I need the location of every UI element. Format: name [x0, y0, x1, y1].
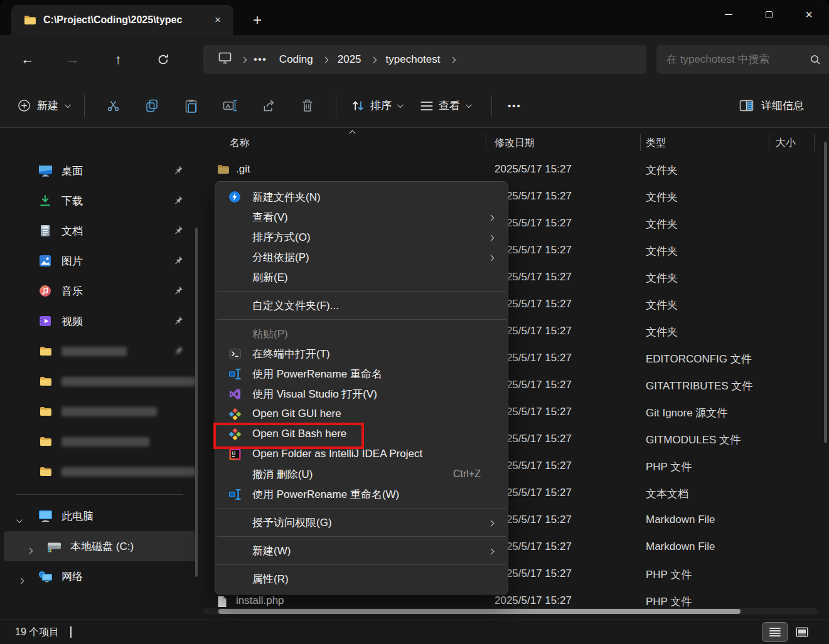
sidebar-item-label: 此电脑	[62, 509, 94, 524]
sidebar-tree-item-this-pc[interactable]: 此电脑	[4, 501, 196, 531]
context-menu-item-o[interactable]: 排序方式(O)	[218, 227, 505, 247]
sidebar-scrollbar[interactable]	[195, 228, 198, 577]
sidebar-tree-item-network[interactable]: 网络	[4, 561, 196, 591]
breadcrumb-item-typechotest[interactable]: typechotest	[378, 53, 448, 66]
up-button[interactable]: ↑	[104, 46, 132, 73]
minimize-button[interactable]	[709, 0, 749, 29]
context-menu-item-powerrename-w[interactable]: 使用 PowerRename 重命名(W)	[218, 484, 505, 504]
context-menu-item-f[interactable]: 自定义文件夹(F)...	[218, 295, 505, 315]
sidebar-item-video[interactable]: 视频	[4, 306, 196, 336]
sidebar-item-redacted-folder[interactable]	[4, 396, 196, 426]
folder-icon	[38, 406, 53, 416]
folder-icon	[38, 467, 53, 477]
pin-icon	[173, 225, 183, 238]
expander-down-icon[interactable]	[16, 514, 21, 526]
breadcrumb-overflow[interactable]: •••	[249, 53, 272, 66]
column-divider[interactable]	[486, 134, 486, 151]
cut-button[interactable]	[98, 93, 128, 119]
sort-button[interactable]: 排序	[345, 93, 408, 118]
file-row[interactable]: .git2025/5/17 15:27文件夹	[200, 157, 829, 184]
context-menu: 新建文件夹(N)查看(V)排序方式(O)分组依据(P)刷新(E)自定义文件夹(F…	[215, 181, 508, 594]
powerrename-icon	[227, 488, 242, 500]
context-menu-separator	[217, 291, 506, 292]
horizontal-scrollbar[interactable]	[218, 609, 741, 614]
column-header-1[interactable]: 名称	[230, 137, 250, 150]
context-menu-item-e[interactable]: 刷新(E)	[218, 267, 505, 287]
close-button[interactable]: ×	[789, 0, 829, 29]
visual-studio-icon	[227, 388, 242, 400]
context-menu-item-powerrename[interactable]: 使用 PowerRename 重命名	[218, 364, 505, 384]
folder-icon	[38, 346, 53, 356]
context-menu-item-label: 刷新(E)	[252, 270, 496, 285]
rename-button[interactable]: A	[215, 93, 245, 119]
sidebar-item-redacted-folder[interactable]	[4, 426, 196, 457]
expander-right-icon[interactable]	[16, 574, 26, 586]
share-button[interactable]	[254, 93, 284, 119]
paste-button[interactable]	[176, 93, 206, 119]
forward-button[interactable]: →	[59, 46, 87, 73]
sidebar-item-document[interactable]: 文档	[4, 216, 196, 246]
sidebar-item-redacted-folder[interactable]	[4, 457, 196, 487]
new-button[interactable]: 新建	[11, 93, 75, 118]
pin-icon	[173, 346, 183, 359]
folder-icon	[38, 436, 53, 446]
sidebar-tree-item-drive[interactable]: 本地磁盘 (C:)	[4, 531, 196, 561]
context-menu-item-t[interactable]: 在终端中打开(T)	[218, 344, 505, 364]
breadcrumb-item-coding[interactable]: Coding	[272, 53, 321, 66]
column-header-4[interactable]: 大小	[776, 137, 796, 150]
file-type: GITATTRIBUTES 文件	[646, 379, 752, 393]
column-divider[interactable]	[769, 134, 769, 151]
new-tab-button[interactable]: +	[246, 9, 269, 31]
more-options-button[interactable]: •••	[501, 93, 528, 119]
explorer-tab[interactable]: C:\Project\Coding\2025\typec ×	[11, 5, 233, 35]
maximize-button[interactable]	[749, 0, 789, 29]
column-divider[interactable]	[814, 134, 815, 151]
file-type: EDITORCONFIG 文件	[646, 352, 752, 366]
refresh-button[interactable]	[149, 46, 177, 73]
column-header-3[interactable]: 类型	[646, 137, 666, 150]
keyboard-shortcut: Ctrl+Z	[453, 468, 481, 480]
context-menu-item-visual-studio-v[interactable]: 使用 Visual Studio 打开(V)	[218, 384, 505, 404]
sidebar-item-desktop[interactable]: 桌面	[4, 156, 196, 186]
column-divider[interactable]	[640, 134, 641, 151]
context-menu-item-n[interactable]: 新建文件夹(N)	[218, 187, 505, 207]
sidebar-item-label: 文档	[62, 224, 83, 238]
breadcrumb-this-pc[interactable]	[211, 52, 239, 67]
file-type: PHP 文件	[646, 460, 692, 474]
sidebar-item-label: 下载	[62, 194, 83, 208]
paste-icon	[185, 99, 197, 113]
large-icons-view-button[interactable]	[790, 623, 814, 641]
sidebar-item-music[interactable]: 音乐	[4, 276, 196, 306]
context-menu-item-g[interactable]: 授予访问权限(G)	[218, 512, 505, 532]
tab-close-icon[interactable]: ×	[208, 11, 227, 29]
file-type: 文件夹	[646, 163, 678, 177]
sidebar-item-redacted-folder[interactable]	[4, 336, 196, 366]
details-pane-button[interactable]: 详细信息	[732, 93, 811, 118]
delete-button[interactable]	[292, 93, 323, 119]
sidebar-item-pictures[interactable]: 图片	[4, 246, 196, 276]
context-menu-item-p[interactable]: 分组依据(P)	[218, 247, 505, 267]
search-input[interactable]	[665, 53, 810, 66]
context-menu-item-open-git-gui-here[interactable]: Open Git GUI here	[218, 404, 505, 424]
breadcrumb-item-2025[interactable]: 2025	[330, 53, 369, 66]
context-menu-item-label: 新建文件夹(N)	[252, 190, 496, 204]
sidebar-item-redacted-folder[interactable]	[4, 366, 196, 396]
context-menu-item-w[interactable]: 新建(W)	[218, 541, 505, 561]
copy-button[interactable]	[137, 93, 167, 119]
breadcrumb[interactable]: •••Coding2025typechotest	[203, 45, 646, 74]
context-menu-item-r[interactable]: 属性(R)	[218, 569, 505, 589]
new-button-label: 新建	[37, 98, 58, 113]
context-menu-item-v[interactable]: 查看(V)	[218, 207, 505, 227]
details-view-button[interactable]	[763, 623, 787, 641]
context-menu-item-u[interactable]: 撤消 删除(U)Ctrl+Z	[218, 464, 505, 484]
expander-right-icon[interactable]	[25, 544, 35, 556]
column-header-2[interactable]: 修改日期	[495, 137, 535, 150]
sidebar-item-download[interactable]: 下载	[4, 186, 196, 216]
back-button[interactable]: ←	[14, 46, 41, 73]
view-button[interactable]: 查看	[414, 93, 476, 118]
file-name: .git	[236, 163, 250, 176]
pin-icon	[173, 255, 183, 268]
search-box[interactable]	[656, 45, 829, 74]
redacted-label	[62, 377, 196, 386]
vertical-scrollbar[interactable]	[824, 142, 827, 443]
